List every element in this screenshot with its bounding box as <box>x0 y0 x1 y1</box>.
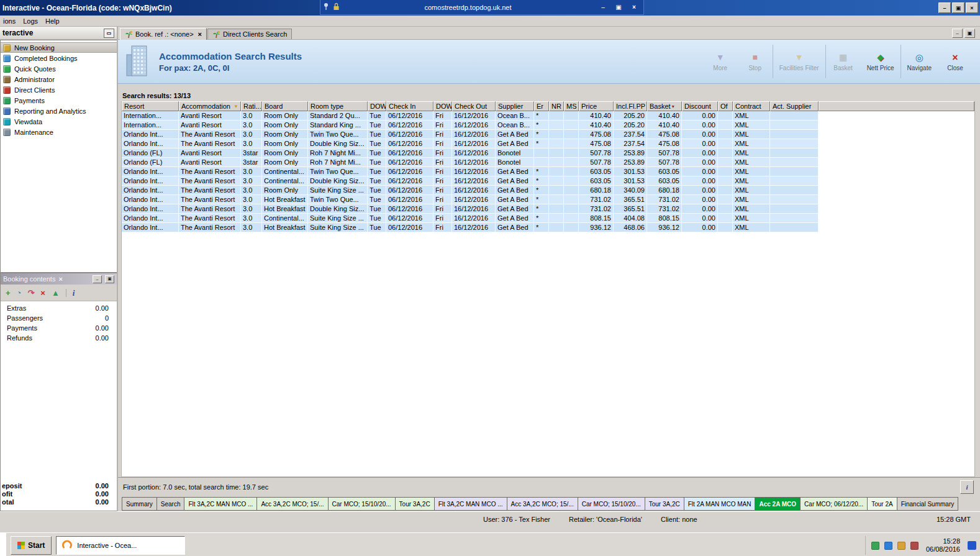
table-row[interactable]: Orlando Int...The Avanti Resort3.0Hot Br… <box>122 204 819 214</box>
sidebar-item[interactable]: Administrator <box>1 74 117 84</box>
component-tab[interactable]: Car MCO; 15/10/20... <box>578 497 645 511</box>
sidebar-item[interactable]: Completed Bookings <box>1 53 117 63</box>
network-icon[interactable] <box>910 542 919 550</box>
input-language-icon[interactable] <box>968 541 976 550</box>
pin-icon[interactable] <box>323 2 329 12</box>
column-header[interactable]: DOW <box>368 101 386 111</box>
view-icon[interactable]: ◔ <box>17 289 22 297</box>
table-row[interactable]: Internation...Avanti Resort3.0Room OnlyS… <box>122 121 819 130</box>
column-header[interactable]: Resort <box>122 101 179 111</box>
sidebar-item[interactable]: New Booking <box>1 42 117 53</box>
window-maximize-button[interactable] <box>952 2 964 13</box>
info-icon[interactable]: i <box>66 289 75 297</box>
component-tab[interactable]: Tour 2A <box>867 497 897 511</box>
table-row[interactable]: Orlando (FL)Avanti Resort3starRoom OnlyR… <box>122 148 819 158</box>
toolbar-button[interactable]: Nett Price <box>861 45 901 78</box>
info-button[interactable] <box>960 480 974 494</box>
toolbar-button[interactable]: Basket <box>826 45 861 78</box>
component-tab[interactable]: Flt 3A,2C MAN MCO ... <box>184 497 257 511</box>
booking-contents-row[interactable]: Passengers 0 <box>1 313 117 323</box>
window-close-button[interactable] <box>966 2 978 13</box>
sidebar-item[interactable]: Quick Quotes <box>1 63 117 74</box>
booking-contents-maximize-button[interactable] <box>105 275 114 283</box>
updates-icon[interactable] <box>897 542 905 550</box>
window-minimize-button[interactable] <box>938 2 951 13</box>
table-row[interactable]: Internation...Avanti Resort3.0Room OnlyS… <box>122 111 819 121</box>
table-row[interactable]: Orlando Int...The Avanti Resort3.0Contin… <box>122 176 819 186</box>
booking-contents-row[interactable]: Payments 0.00 <box>1 323 117 333</box>
menu-item[interactable]: ions <box>0 17 20 25</box>
column-header[interactable]: MS <box>564 101 579 111</box>
column-header[interactable]: Contract <box>733 101 770 111</box>
main-panel-maximize-button[interactable] <box>964 29 975 38</box>
component-tab[interactable]: Summary <box>122 497 157 511</box>
column-header[interactable]: Er <box>534 101 549 111</box>
display-icon[interactable] <box>884 542 892 550</box>
table-row[interactable]: Orlando Int...The Avanti Resort3.0Hot Br… <box>122 223 819 232</box>
sidebar-item[interactable]: Maintenance <box>1 127 117 137</box>
document-tab[interactable]: Direct Clients Search <box>207 29 292 39</box>
refresh-icon[interactable]: ▲ <box>52 289 60 297</box>
table-row[interactable]: Orlando Int...The Avanti Resort3.0Room O… <box>122 139 819 148</box>
table-row[interactable]: Orlando Int...The Avanti Resort3.0Room O… <box>122 130 819 139</box>
component-tab[interactable]: Financial Summary <box>897 497 959 511</box>
column-header[interactable]: Rati... <box>241 101 262 111</box>
rdp-minimize-button[interactable] <box>596 2 610 12</box>
menu-item[interactable]: Help <box>42 17 64 25</box>
table-row[interactable]: Orlando Int...The Avanti Resort3.0Hot Br… <box>122 195 819 204</box>
component-tab[interactable]: Flt 3A,2C MAN MCO ... <box>434 497 507 511</box>
component-tab[interactable]: Flt 2A MAN MCO MAN <box>684 497 756 511</box>
component-tab[interactable]: Car MCO; 06/12/20... <box>800 497 868 511</box>
column-header[interactable]: Of <box>718 101 733 111</box>
taskbar-app-button[interactable]: Interactive - Ocea... <box>56 536 185 555</box>
toolbar-button[interactable]: Close <box>938 45 973 78</box>
toolbar-button[interactable]: Stop <box>738 45 773 78</box>
component-tab[interactable]: Car MCO; 15/10/20... <box>328 497 396 511</box>
column-header[interactable]: NR <box>549 101 564 111</box>
security-icon[interactable] <box>871 542 879 550</box>
menu-item[interactable]: Logs <box>20 17 42 25</box>
column-header[interactable]: DOW <box>433 101 452 111</box>
table-row[interactable]: Orlando Int...The Avanti Resort3.0Contin… <box>122 167 819 176</box>
column-header[interactable]: Accommodation <box>179 101 241 111</box>
column-header[interactable]: Check In <box>386 101 433 111</box>
column-header[interactable]: Room type <box>308 101 368 111</box>
column-header[interactable]: Price <box>579 101 614 111</box>
sidebar-item[interactable]: Reporting and Analytics <box>1 106 117 116</box>
booking-contents-close-button[interactable] <box>58 275 62 283</box>
booking-contents-row[interactable]: Extras 0.00 <box>1 303 117 313</box>
toolbar-button[interactable]: More <box>703 45 738 78</box>
table-row[interactable]: Orlando (FL)Avanti Resort3starRoom OnlyR… <box>122 158 819 167</box>
column-header[interactable]: Supplier <box>496 101 534 111</box>
component-tab[interactable]: Tour 3A,2C <box>395 497 435 511</box>
column-header[interactable]: Check Out <box>452 101 496 111</box>
rdp-restore-button[interactable] <box>612 2 625 12</box>
column-header[interactable]: Basket <box>647 101 682 111</box>
filter-icon[interactable] <box>234 104 238 109</box>
component-tab[interactable]: Search <box>157 497 185 511</box>
component-tab[interactable]: Acc 3A,2C MCO; 15/... <box>256 497 328 511</box>
table-row[interactable]: Orlando Int...The Avanti Resort3.0Room O… <box>122 186 819 195</box>
close-tab-icon[interactable] <box>198 30 202 38</box>
add-icon[interactable]: + <box>6 289 11 297</box>
sidebar-item[interactable]: Viewdata <box>1 116 117 127</box>
component-tab[interactable]: Tour 3A,2C <box>645 497 684 511</box>
toolbar-button[interactable]: Facilities Filter <box>773 45 826 78</box>
booking-contents-minimize-button[interactable] <box>93 275 102 283</box>
sidebar-item[interactable]: Direct Clients <box>1 84 117 95</box>
sidebar-collapse-button[interactable] <box>104 29 114 38</box>
column-header[interactable]: Board <box>262 101 308 111</box>
toolbar-button[interactable]: Navigate <box>901 45 938 78</box>
component-tab[interactable]: Acc 3A,2C MCO; 15/... <box>507 497 578 511</box>
rdp-close-button[interactable] <box>627 2 641 12</box>
delete-icon[interactable]: × <box>40 289 45 297</box>
sidebar-item[interactable]: Payments <box>1 95 117 106</box>
move-icon[interactable]: ↷ <box>27 289 34 297</box>
booking-contents-row[interactable]: Refunds 0.00 <box>1 333 117 343</box>
column-header[interactable]: Act. Supplier <box>770 101 819 111</box>
table-row[interactable]: Orlando Int...The Avanti Resort3.0Contin… <box>122 214 819 223</box>
start-button[interactable]: Start <box>11 536 52 555</box>
document-tab[interactable]: Book. ref .: <none> <box>120 28 207 40</box>
main-panel-minimize-button[interactable] <box>952 29 963 38</box>
component-tab[interactable]: Acc 2A MCO <box>755 497 801 511</box>
